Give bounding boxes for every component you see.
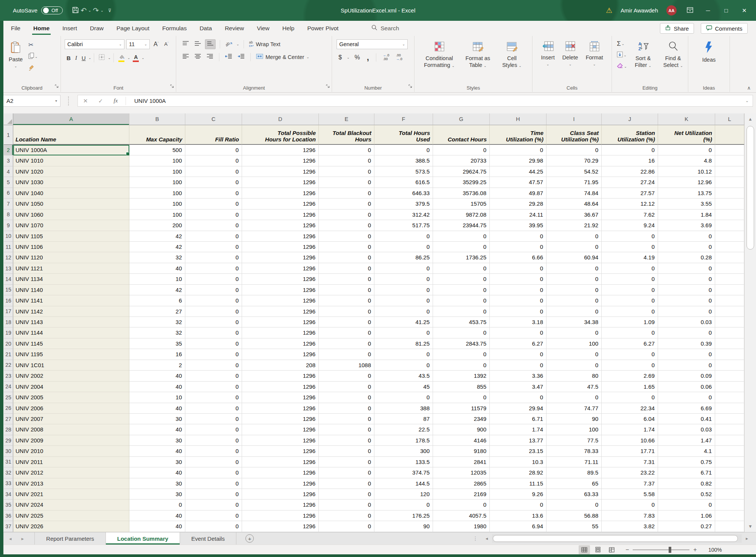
- cell-F24[interactable]: 45: [374, 382, 433, 392]
- cell-A19[interactable]: UNIV 1144: [13, 327, 129, 338]
- warning-icon[interactable]: ⚠: [606, 6, 612, 15]
- cell-B22[interactable]: 2: [129, 360, 185, 371]
- bottom-align-button[interactable]: [205, 39, 216, 49]
- cell-I3[interactable]: 70.29: [546, 155, 602, 166]
- cell-B27[interactable]: 30: [129, 414, 185, 424]
- row-header-5[interactable]: 5: [4, 177, 13, 188]
- cell-L29[interactable]: [715, 435, 744, 446]
- row-header-30[interactable]: 30: [4, 446, 13, 456]
- cell-A37[interactable]: UNIV 2026: [13, 521, 129, 532]
- cell-J10[interactable]: 0: [602, 231, 658, 242]
- cell-H30[interactable]: 23.15: [490, 446, 546, 456]
- row-header-26[interactable]: 26: [4, 403, 13, 414]
- cell-H2[interactable]: 0: [490, 145, 546, 155]
- cell-A16[interactable]: UNIV 1141: [13, 295, 129, 306]
- cell-D12[interactable]: 1296: [242, 252, 319, 263]
- cell-C36[interactable]: 0: [185, 510, 242, 521]
- row-header-16[interactable]: 16: [4, 295, 13, 306]
- cell-L25[interactable]: [715, 392, 744, 403]
- cell-B15[interactable]: 42: [129, 285, 185, 295]
- cell-J30[interactable]: 17.71: [602, 446, 658, 456]
- cell-I16[interactable]: 0: [546, 295, 602, 306]
- enter-formula-icon[interactable]: ✓: [93, 98, 108, 104]
- cell-L34[interactable]: [715, 489, 744, 500]
- column-header-B[interactable]: B: [129, 113, 185, 125]
- cell-A32[interactable]: UNIV 2012: [13, 467, 129, 478]
- cell-H36[interactable]: 13.6: [490, 510, 546, 521]
- cell-E25[interactable]: 0: [319, 392, 374, 403]
- cell-G34[interactable]: 2169: [433, 489, 490, 500]
- cell-B10[interactable]: 42: [129, 231, 185, 242]
- cell-A24[interactable]: UNIV 2004: [13, 382, 129, 392]
- cell-L21[interactable]: [715, 349, 744, 360]
- cell-C31[interactable]: 0: [185, 457, 242, 467]
- cell-J21[interactable]: 0: [602, 349, 658, 360]
- cell-H37[interactable]: 6.94: [490, 521, 546, 532]
- sheet-tab-report-parameters[interactable]: Report Parameters: [34, 532, 106, 545]
- tab-help[interactable]: Help: [276, 22, 301, 35]
- cell-L24[interactable]: [715, 382, 744, 392]
- row-header-20[interactable]: 20: [4, 338, 13, 349]
- cell-K27[interactable]: 0.41: [658, 414, 715, 424]
- maximize-button[interactable]: □: [721, 7, 731, 14]
- cell-C35[interactable]: 0: [185, 500, 242, 510]
- sheet-nav-left-icon[interactable]: ◂: [9, 536, 12, 541]
- cell-G16[interactable]: 0: [433, 295, 490, 306]
- select-all-corner[interactable]: [4, 113, 13, 125]
- cell-E6[interactable]: 0: [319, 188, 374, 199]
- cell-C5[interactable]: 0: [185, 177, 242, 188]
- cell-A18[interactable]: UNIV 1143: [13, 317, 129, 327]
- cell-G28[interactable]: 900: [433, 424, 490, 435]
- cell-F15[interactable]: 0: [374, 285, 433, 295]
- cell-C27[interactable]: 0: [185, 414, 242, 424]
- scroll-down-icon[interactable]: ▼: [745, 521, 756, 532]
- tab-view[interactable]: View: [250, 22, 276, 35]
- zoom-out-button[interactable]: −: [626, 546, 629, 553]
- format-painter-button[interactable]: [27, 64, 39, 73]
- cell-A11[interactable]: UNIV 1106: [13, 242, 129, 252]
- cell-I21[interactable]: 0: [546, 349, 602, 360]
- cell-J22[interactable]: 0: [602, 360, 658, 371]
- cell-K16[interactable]: 0: [658, 295, 715, 306]
- cell-I24[interactable]: 47.5: [546, 382, 602, 392]
- conditional-formatting-button[interactable]: Conditional Formatting ⌄: [420, 39, 459, 71]
- cell-D37[interactable]: 1296: [242, 521, 319, 532]
- cell-C17[interactable]: 0: [185, 306, 242, 317]
- cell-F34[interactable]: 120: [374, 489, 433, 500]
- increase-indent-button[interactable]: [236, 53, 246, 62]
- row-header-4[interactable]: 4: [4, 166, 13, 177]
- cell-C32[interactable]: 0: [185, 467, 242, 478]
- cell-B11[interactable]: 42: [129, 242, 185, 252]
- cell-J34[interactable]: 5.58: [602, 489, 658, 500]
- insert-cells-button[interactable]: Insert ⌄: [539, 39, 557, 68]
- cell-K24[interactable]: 0.06: [658, 382, 715, 392]
- cell-G36[interactable]: 4057.5: [433, 510, 490, 521]
- cell-F28[interactable]: 22.5: [374, 424, 433, 435]
- cell-K4[interactable]: 10.12: [658, 166, 715, 177]
- row-header-10[interactable]: 10: [4, 231, 13, 242]
- cell-G5[interactable]: 35299.25: [433, 177, 490, 188]
- cell-F22[interactable]: 0: [374, 360, 433, 371]
- cell-F6[interactable]: 646.33: [374, 188, 433, 199]
- cell-L27[interactable]: [715, 414, 744, 424]
- sheet-tab-event-details[interactable]: Event Details: [180, 532, 236, 545]
- chevron-down-icon[interactable]: ⌄: [347, 56, 350, 59]
- cell-C25[interactable]: 0: [185, 392, 242, 403]
- cell-H18[interactable]: 3.18: [490, 317, 546, 327]
- sheet-tab-location-summary[interactable]: Location Summary: [106, 532, 180, 545]
- cell-A34[interactable]: UNIV 2021: [13, 489, 129, 500]
- merge-center-button[interactable]: Merge & Center ⌄: [255, 53, 310, 61]
- cell-G29[interactable]: 4146: [433, 435, 490, 446]
- cell-D5[interactable]: 1296: [242, 177, 319, 188]
- cut-button[interactable]: ✂: [27, 40, 39, 49]
- comma-style-button[interactable]: ,: [365, 54, 371, 60]
- cell-E35[interactable]: 0: [319, 500, 374, 510]
- cell-J6[interactable]: 27.57: [602, 188, 658, 199]
- cell-C20[interactable]: 0: [185, 338, 242, 349]
- cell-C33[interactable]: 0: [185, 478, 242, 489]
- cell-E19[interactable]: 0: [319, 327, 374, 338]
- cell-C26[interactable]: 0: [185, 403, 242, 414]
- cell-I19[interactable]: 0: [546, 327, 602, 338]
- cell-I18[interactable]: 34.38: [546, 317, 602, 327]
- collapse-ribbon-icon[interactable]: ∧: [747, 85, 751, 91]
